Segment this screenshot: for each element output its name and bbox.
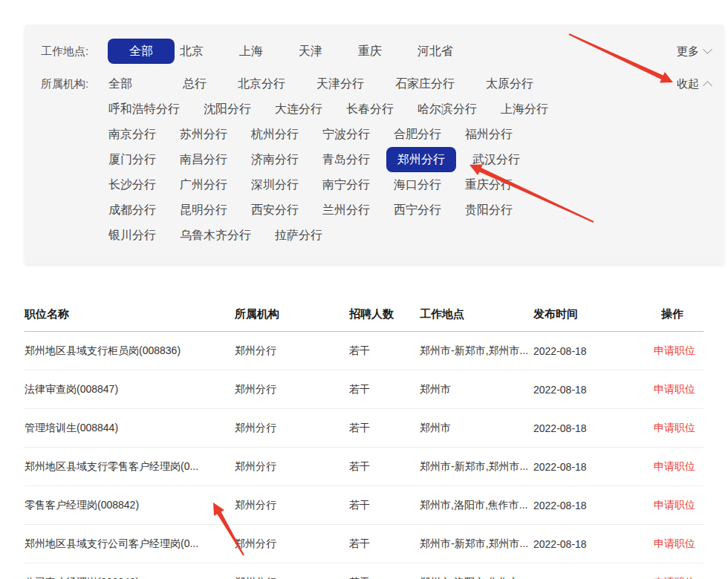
org-option[interactable]: 武汉分行	[472, 147, 520, 172]
table-row: 公司客户经理岗(008840) 郑州分行 若干 郑州市,洛阳市,焦作市... 2…	[25, 563, 703, 579]
collapse-button[interactable]: 收起	[677, 71, 711, 96]
job-location-cell: 郑州市,洛阳市,焦作市...	[420, 576, 533, 579]
org-option[interactable]: 长沙分行	[108, 172, 156, 197]
apply-job-link[interactable]: 申请职位	[654, 422, 703, 435]
org-option[interactable]: 天津分行	[316, 71, 364, 96]
job-count-cell: 若干	[349, 344, 420, 358]
chevron-up-icon	[703, 81, 712, 91]
table-row: 法律审查岗(008847) 郑州分行 若干 郑州市 2022-08-18 申请职…	[25, 370, 703, 409]
org-option[interactable]: 深圳分行	[251, 172, 299, 197]
org-option[interactable]: 拉萨分行	[275, 223, 322, 248]
org-option[interactable]: 兰州分行	[322, 197, 370, 223]
job-count-cell: 若干	[349, 422, 420, 435]
organization-options-row: 全部 总行 北京分行 天津分行 石家庄分行 太原分行	[108, 71, 533, 96]
job-table-header: 职位名称 所属机构 招聘人数 工作地点 发布时间 操作	[25, 297, 703, 332]
org-option[interactable]: 合肥分行	[394, 122, 441, 147]
organization-filter-label: 所属机构:	[41, 71, 88, 96]
more-button[interactable]: 更多	[677, 39, 711, 64]
org-option[interactable]: 重庆分行	[465, 172, 513, 197]
location-option-selected-all[interactable]: 全部	[108, 39, 175, 64]
header-headcount: 招聘人数	[349, 307, 420, 321]
job-title-cell[interactable]: 郑州地区县域支行公司客户经理岗(0...	[25, 537, 235, 551]
org-option[interactable]: 宁波分行	[322, 122, 370, 147]
job-count-cell: 若干	[349, 537, 420, 551]
org-option[interactable]: 北京分行	[238, 71, 285, 96]
location-options-row: 全部 北京 上海 天津 重庆 河北省	[108, 39, 453, 64]
job-date-cell: 2022-08-18	[533, 538, 654, 550]
apply-job-link[interactable]: 申请职位	[654, 576, 703, 579]
apply-job-link[interactable]: 申请职位	[654, 499, 703, 512]
org-option[interactable]: 南昌分行	[180, 147, 227, 172]
org-option[interactable]: 全部	[108, 71, 132, 96]
org-option[interactable]: 海口分行	[394, 172, 441, 197]
org-option[interactable]: 成都分行	[108, 197, 156, 223]
org-option[interactable]: 贵阳分行	[465, 197, 513, 223]
job-location-cell: 郑州市,洛阳市,焦作市...	[420, 499, 533, 512]
table-row: 零售客户经理岗(008842) 郑州分行 若干 郑州市,洛阳市,焦作市... 2…	[25, 486, 703, 525]
job-location-cell: 郑州市-新郑市,郑州市...	[420, 460, 533, 474]
org-option[interactable]: 乌鲁木齐分行	[180, 223, 251, 248]
header-action: 操作	[654, 307, 703, 321]
filter-panel: 工作地点: 全部 北京 上海 天津 重庆 河北省 更多 所属机构: 全部 总行 …	[25, 24, 724, 264]
header-location: 工作地点	[420, 307, 533, 321]
job-title-cell[interactable]: 郑州地区县域支行柜员岗(008836)	[25, 344, 235, 358]
org-option[interactable]: 青岛分行	[322, 147, 370, 172]
job-date-cell: 2022-08-18	[533, 384, 654, 396]
job-title-cell[interactable]: 零售客户经理岗(008842)	[25, 499, 235, 512]
org-option[interactable]: 南京分行	[108, 122, 156, 147]
org-option[interactable]: 太原分行	[486, 71, 533, 96]
job-title-cell[interactable]: 管理培训生(008844)	[25, 422, 235, 435]
org-option[interactable]: 哈尔滨分行	[417, 96, 477, 122]
org-option-selected-zhengzhou[interactable]: 郑州分行	[386, 147, 456, 172]
job-date-cell: 2022-08-18	[533, 422, 654, 434]
location-filter-label: 工作地点:	[41, 39, 88, 64]
organization-options-row: 呼和浩特分行 沈阳分行 大连分行 长春分行 哈尔滨分行 上海分行	[108, 96, 548, 122]
org-option[interactable]: 总行	[183, 71, 207, 96]
org-option[interactable]: 昆明分行	[180, 197, 227, 223]
org-option[interactable]: 上海分行	[501, 96, 548, 122]
apply-job-link[interactable]: 申请职位	[654, 344, 703, 358]
org-option[interactable]: 西安分行	[251, 197, 299, 223]
org-option[interactable]: 济南分行	[251, 147, 299, 172]
job-count-cell: 若干	[349, 383, 420, 396]
table-row: 郑州地区县域支行柜员岗(008836) 郑州分行 若干 郑州市-新郑市,郑州市.…	[25, 332, 703, 370]
job-count-cell: 若干	[349, 576, 420, 579]
header-job-title: 职位名称	[25, 307, 235, 321]
org-option[interactable]: 长春分行	[346, 96, 394, 122]
location-option[interactable]: 重庆	[358, 39, 382, 64]
job-title-cell[interactable]: 法律审查岗(008847)	[25, 383, 235, 396]
job-count-cell: 若干	[349, 460, 420, 474]
org-option[interactable]: 沈阳分行	[204, 96, 251, 122]
org-option[interactable]: 杭州分行	[251, 122, 299, 147]
job-location-cell: 郑州市	[420, 422, 533, 435]
job-title-cell[interactable]: 公司客户经理岗(008840)	[25, 576, 235, 579]
location-option[interactable]: 河北省	[417, 39, 453, 64]
apply-job-link[interactable]: 申请职位	[654, 537, 703, 551]
job-table: 职位名称 所属机构 招聘人数 工作地点 发布时间 操作 郑州地区县域支行柜员岗(…	[25, 297, 703, 579]
location-option[interactable]: 上海	[239, 39, 263, 64]
org-option[interactable]: 福州分行	[465, 122, 513, 147]
job-location-cell: 郑州市	[420, 383, 533, 396]
table-row: 郑州地区县域支行零售客户经理岗(0... 郑州分行 若干 郑州市-新郑市,郑州市…	[25, 448, 703, 486]
org-option[interactable]: 大连分行	[275, 96, 322, 122]
job-date-cell: 2022-08-18	[533, 500, 654, 511]
organization-options-row: 长沙分行 广州分行 深圳分行 南宁分行 海口分行 重庆分行	[108, 172, 513, 197]
table-row: 管理培训生(008844) 郑州分行 若干 郑州市 2022-08-18 申请职…	[25, 409, 703, 448]
job-title-cell[interactable]: 郑州地区县域支行零售客户经理岗(0...	[25, 460, 235, 474]
org-option[interactable]: 南宁分行	[322, 172, 370, 197]
org-option[interactable]: 呼和浩特分行	[108, 96, 180, 122]
org-option[interactable]: 石家庄分行	[395, 71, 455, 96]
organization-options-row: 厦门分行 南昌分行 济南分行 青岛分行 郑州分行 武汉分行	[108, 147, 520, 172]
org-option[interactable]: 广州分行	[180, 172, 227, 197]
location-option[interactable]: 天津	[299, 39, 322, 64]
org-option[interactable]: 苏州分行	[180, 122, 227, 147]
more-label: 更多	[677, 45, 699, 59]
org-option[interactable]: 厦门分行	[108, 147, 156, 172]
job-date-cell: 2022-08-18	[533, 461, 654, 473]
org-option[interactable]: 西宁分行	[394, 197, 441, 223]
org-option[interactable]: 银川分行	[108, 223, 156, 248]
apply-job-link[interactable]: 申请职位	[654, 383, 703, 396]
apply-job-link[interactable]: 申请职位	[654, 460, 703, 474]
job-location-cell: 郑州市-新郑市,郑州市...	[420, 537, 533, 551]
location-option[interactable]: 北京	[180, 39, 204, 64]
